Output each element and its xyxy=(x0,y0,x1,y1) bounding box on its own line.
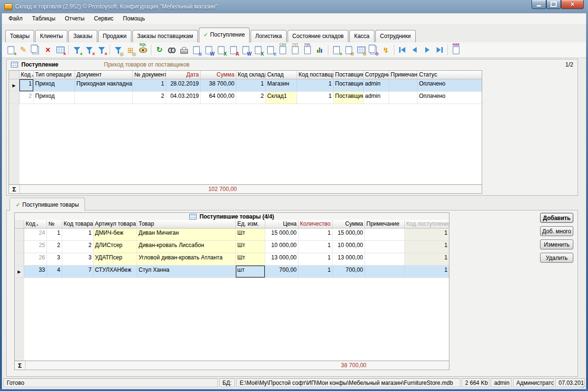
export-excel-file-icon[interactable]: X xyxy=(252,44,264,56)
tab-goods[interactable]: Товары xyxy=(5,30,34,42)
cell[interactable]: 2 xyxy=(47,241,62,253)
export-rtf-icon[interactable]: A xyxy=(227,44,240,56)
menu-reports[interactable]: Отчеты xyxy=(60,14,89,23)
tab-orders[interactable]: Заказы xyxy=(68,30,97,42)
cell[interactable]: 1 xyxy=(405,241,449,253)
cell[interactable]: 1 xyxy=(133,79,166,91)
column-header[interactable]: Ед. изм. xyxy=(236,220,265,228)
export-word-file-icon[interactable]: W xyxy=(240,44,252,56)
view-filter-icon[interactable]: ◎ xyxy=(112,44,124,56)
cell[interactable]: СТУЛХАНбеж xyxy=(93,266,137,277)
cell[interactable]: 13 000,00 xyxy=(265,253,299,265)
cell[interactable]: ДЛИСтсер xyxy=(93,241,137,253)
cell[interactable]: 13 000,00 xyxy=(333,253,365,265)
tab-staff[interactable]: Сотрудники xyxy=(375,30,416,42)
cell[interactable]: Стул Ханна xyxy=(137,266,236,277)
cell[interactable]: 1 xyxy=(405,266,449,277)
column-header[interactable]: Дата xyxy=(166,71,201,79)
table-row[interactable]: ▶ 1 Приход Приходная накладная 1 28.02.2… xyxy=(9,79,482,92)
export-txt-icon[interactable]: TXT xyxy=(289,44,301,56)
clear-filter-icon[interactable]: × xyxy=(95,44,108,56)
delete-filter-icon[interactable]: × xyxy=(83,44,95,56)
cell[interactable]: Шт xyxy=(236,253,265,265)
cell[interactable]: Приход xyxy=(34,92,75,104)
cell[interactable]: 38 700,00 xyxy=(201,79,236,91)
column-header[interactable]: Сотрудник xyxy=(364,71,389,79)
tab-supplier-orders[interactable]: Заказы поставщикам xyxy=(132,30,198,42)
add-button[interactable]: Добавить xyxy=(540,213,573,223)
cell[interactable]: УДАТПсер xyxy=(93,253,137,265)
column-header[interactable]: Код▴ xyxy=(19,71,34,79)
copy-record-icon[interactable] xyxy=(29,44,42,56)
cell[interactable]: 1 xyxy=(62,229,93,240)
cell[interactable]: ДМИЧ-беж xyxy=(93,229,137,240)
column-header[interactable]: Примечание xyxy=(365,220,405,228)
cell[interactable]: Магазин xyxy=(266,79,297,91)
tab-clients[interactable]: Клиенты xyxy=(35,30,67,42)
export-excel-icon[interactable]: X xyxy=(215,44,227,56)
cell[interactable]: admin xyxy=(364,79,389,91)
table-row[interactable]: 26 3 3 УДАТПсер Угловой диван-кровать Ат… xyxy=(15,253,449,266)
cell[interactable]: 10 000,00 xyxy=(265,241,299,253)
minimize-button[interactable] xyxy=(532,0,546,9)
menu-file[interactable]: Файл xyxy=(4,14,28,23)
sql-filter-icon[interactable]: SQL xyxy=(137,44,149,56)
export-csv-icon[interactable]: CSV xyxy=(277,44,289,56)
print-icon[interactable] xyxy=(178,44,190,56)
add-many-button[interactable]: Доб. много xyxy=(540,226,573,236)
add-record-icon[interactable]: + xyxy=(5,44,17,56)
cell[interactable]: 4 xyxy=(47,266,62,277)
cell[interactable]: 26 xyxy=(24,253,47,265)
cell[interactable]: 2 xyxy=(133,92,166,104)
menu-help[interactable]: Помощь xyxy=(118,14,149,23)
tab-logistics[interactable]: Логистика xyxy=(251,30,287,42)
cell[interactable]: Диван-кровать Лиссабон xyxy=(137,241,236,253)
cell[interactable]: Склад1 xyxy=(266,92,297,104)
export-word-icon[interactable]: W xyxy=(203,44,215,56)
cell[interactable]: 2 xyxy=(19,92,34,104)
maximize-button[interactable] xyxy=(546,0,561,9)
column-header[interactable]: № xyxy=(47,220,62,228)
column-header[interactable]: Товар xyxy=(137,220,236,228)
cell[interactable]: 1 xyxy=(405,229,449,240)
column-header[interactable]: Код поступления xyxy=(405,220,449,228)
tab-receipts[interactable]: ✓Поступление xyxy=(199,28,250,43)
column-header[interactable]: Код склада xyxy=(236,71,266,79)
cell[interactable]: 24 xyxy=(24,229,47,240)
column-header[interactable]: Сумма xyxy=(333,220,365,228)
cell[interactable]: 33 xyxy=(24,266,47,277)
cell[interactable]: 64 000,00 xyxy=(201,92,236,104)
form-settings-icon[interactable]: ⚙ xyxy=(367,44,380,56)
refresh-icon[interactable]: ↻ xyxy=(153,44,166,56)
cell[interactable]: 1 xyxy=(299,229,333,240)
menu-tables[interactable]: Таблицы xyxy=(28,14,60,23)
nav-last-icon[interactable] xyxy=(433,44,446,56)
cell[interactable]: Оплачено xyxy=(418,79,482,91)
column-header[interactable]: Документ xyxy=(75,71,133,79)
nav-first-icon[interactable] xyxy=(396,44,409,56)
column-header[interactable]: Код поставщика xyxy=(297,71,334,79)
cell[interactable]: Шт xyxy=(236,229,265,240)
cell[interactable]: 1 xyxy=(299,241,333,253)
cell[interactable]: 1 xyxy=(297,79,334,91)
cell[interactable]: 25 xyxy=(24,241,47,253)
column-header[interactable]: Статус xyxy=(418,71,482,79)
cell[interactable] xyxy=(389,79,418,91)
column-header[interactable]: Цена xyxy=(265,220,299,228)
nav-next-icon[interactable] xyxy=(421,44,433,56)
cell[interactable]: 1 xyxy=(236,79,266,91)
edit-button[interactable]: Изменить xyxy=(540,239,573,249)
print-preview-icon[interactable]: ⊙ xyxy=(190,44,203,56)
column-header[interactable]: Артикул товара xyxy=(93,220,137,228)
cell[interactable]: 28.02.2019 xyxy=(166,79,201,91)
cell[interactable] xyxy=(365,241,405,253)
cell[interactable]: 04.03.2019 xyxy=(166,92,201,104)
table-row[interactable]: 2 Приход 2 04.03.2019 64 000,00 2 Склад1… xyxy=(9,92,482,104)
column-header[interactable]: Количество xyxy=(299,220,333,228)
cell[interactable]: 3 xyxy=(62,253,93,265)
export-xml-icon[interactable]: XML xyxy=(301,44,314,56)
cell[interactable]: Приход xyxy=(34,79,75,91)
cell[interactable]: 1 xyxy=(299,253,333,265)
export-html-icon[interactable]: e xyxy=(264,44,277,56)
cell[interactable]: 1 xyxy=(405,253,449,265)
